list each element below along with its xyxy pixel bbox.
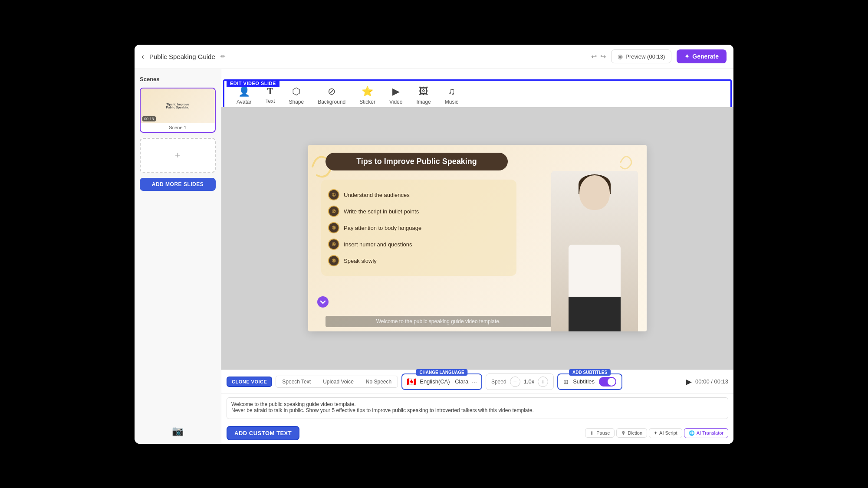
avatar-icon: 👤	[238, 86, 250, 97]
background-label: Background	[318, 99, 345, 105]
ai-translator-button[interactable]: 🌐 AI Translator	[684, 428, 728, 438]
edit-title-icon[interactable]: ✏	[220, 53, 226, 60]
list-item: ⑤ Speak slowly	[328, 252, 510, 269]
preview-button[interactable]: ◉ Preview (00:13)	[611, 49, 671, 63]
sticker-label: Sticker	[359, 99, 375, 105]
ai-translator-icon: 🌐	[689, 430, 695, 436]
list-item: ② Write the script in bullet points	[328, 203, 510, 219]
pause-button[interactable]: ⏸ Pause	[585, 428, 615, 438]
toolbar: 👤 Avatar T Text ⬡ Shape ⊘	[223, 79, 732, 111]
scene-duration: 00:13	[142, 116, 156, 121]
shape-icon: ⬡	[292, 86, 300, 97]
svg-point-0	[317, 296, 329, 308]
diction-button[interactable]: 🎙 Diction	[616, 428, 647, 438]
avatar-pants	[569, 297, 621, 331]
shape-label: Shape	[289, 99, 304, 105]
toolbar-shape[interactable]: ⬡ Shape	[282, 83, 311, 108]
add-subtitles-badge: ADD SUBTITLES	[569, 369, 611, 376]
toggle-knob	[608, 378, 615, 386]
main-body: Scenes Tips to ImprovePublic Speaking 00…	[135, 69, 733, 444]
change-language-badge: CHANGE LANGUAGE	[416, 369, 467, 376]
script-row: Welcome to the public speaking guide vid…	[221, 394, 733, 424]
list-text-5: Speak slowly	[344, 258, 377, 264]
list-item: ③ Pay attention to body language	[328, 219, 510, 236]
list-item: ④ Insert humor and questions	[328, 236, 510, 252]
add-scene-icon: +	[175, 150, 181, 161]
back-button[interactable]: ‹	[141, 52, 144, 61]
add-scene-button[interactable]: +	[140, 138, 216, 173]
subtitles-section: ADD SUBTITLES ⊞ Subtitles	[557, 373, 622, 390]
controls-row1: CLONE VOICE Speech Text Upload Voice No …	[221, 370, 733, 394]
text-icon: T	[267, 86, 273, 96]
speech-tabs: Speech Text Upload Voice No Speech	[276, 376, 398, 388]
speed-increase-button[interactable]: +	[538, 377, 548, 387]
avatar-body	[569, 245, 621, 331]
slide-canvas: Tips to Improve Public Speaking ① Unders…	[308, 145, 647, 331]
avatar-figure	[551, 171, 638, 331]
speed-value: 1.0x	[524, 378, 535, 385]
ai-translator-label: AI Translator	[697, 430, 723, 436]
pause-icon: ⏸	[590, 430, 595, 436]
subtitle-text: Welcome to the public speaking guide vid…	[376, 318, 501, 324]
generate-button[interactable]: ✦ Generate	[677, 49, 727, 63]
image-icon: 🖼	[419, 86, 428, 97]
subtitles-toggle[interactable]	[599, 377, 616, 386]
pause-label: Pause	[596, 430, 610, 436]
no-speech-tab[interactable]: No Speech	[360, 376, 398, 387]
slide-avatar	[551, 171, 638, 331]
toolbar-text[interactable]: T Text	[258, 84, 282, 107]
slide-list: ① Understand the audiences ② Write the s…	[321, 180, 516, 276]
list-item: ① Understand the audiences	[328, 187, 510, 203]
music-label: Music	[445, 99, 458, 105]
edit-video-slide-label: EDIT VIDEO SLIDE	[227, 79, 279, 87]
list-text-1: Understand the audiences	[344, 192, 410, 198]
toolbar-video[interactable]: ▶ Video	[382, 83, 409, 108]
canvas-area: Tips to Improve Public Speaking ① Unders…	[221, 107, 733, 370]
playback-section: ▶ 00:00 / 00:13	[686, 377, 728, 386]
ai-script-button[interactable]: ✦ AI Script	[649, 428, 682, 438]
slide-title: Tips to Improve Public Speaking	[326, 153, 508, 170]
clone-voice-button[interactable]: CLONE VOICE	[227, 377, 272, 387]
content-area: EDIT VIDEO SLIDE 👤 Avatar T Text ⬡ Shap	[221, 69, 733, 444]
avatar-head	[579, 175, 610, 210]
list-text-2: Write the script in bullet points	[344, 208, 419, 215]
bottom-tools-group: ⏸ Pause 🎙 Diction ✦ AI Script 🌐	[585, 428, 728, 438]
chevron-down-icon[interactable]	[317, 296, 329, 310]
video-label: Video	[389, 99, 402, 105]
script-textarea[interactable]: Welcome to the public speaking guide vid…	[227, 397, 728, 419]
toolbar-image[interactable]: 🖼 Image	[409, 83, 437, 108]
toolbar-sticker[interactable]: ⭐ Sticker	[352, 83, 382, 108]
upload-voice-tab[interactable]: Upload Voice	[317, 376, 360, 387]
speed-section: Speed − 1.0x +	[486, 373, 554, 390]
toolbar-background[interactable]: ⊘ Background	[311, 83, 352, 108]
time-display: 00:00 / 00:13	[695, 378, 728, 385]
speed-label: Speed	[491, 379, 506, 385]
play-button[interactable]: ▶	[686, 377, 692, 386]
scene-1-thumb[interactable]: Tips to ImprovePublic Speaking 00:13 Sce…	[140, 88, 216, 133]
toolbar-wrapper: EDIT VIDEO SLIDE 👤 Avatar T Text ⬡ Shap	[221, 69, 733, 107]
bullet-2: ②	[328, 206, 339, 217]
add-more-slides-button[interactable]: ADD MORE SLIDES	[140, 178, 216, 191]
text-label: Text	[265, 98, 275, 104]
diction-icon: 🎙	[621, 430, 626, 436]
speech-text-tab[interactable]: Speech Text	[276, 376, 317, 387]
add-custom-text-button[interactable]: ADD CUSTOM TEXT	[227, 426, 299, 440]
redo-button[interactable]: ↪	[600, 52, 606, 61]
undo-button[interactable]: ↩	[591, 52, 597, 61]
language-name: English(CA) - Clara	[420, 378, 468, 385]
subtitles-label: Subtitles	[573, 378, 595, 385]
scene-name: Scene 1	[141, 123, 215, 132]
speed-decrease-button[interactable]: −	[510, 377, 520, 387]
bottom-controls: CLONE VOICE Speech Text Upload Voice No …	[221, 370, 733, 444]
sticker-icon: ⭐	[362, 86, 373, 97]
ai-script-icon: ✦	[654, 430, 658, 436]
toolbar-music[interactable]: ♫ Music	[438, 83, 465, 108]
sidebar: Scenes Tips to ImprovePublic Speaking 00…	[135, 69, 221, 444]
camera-button[interactable]: 📷	[140, 426, 216, 437]
bullet-1: ①	[328, 189, 339, 200]
video-icon: ▶	[392, 86, 400, 97]
subtitle-bar: Welcome to the public speaking guide vid…	[326, 316, 551, 327]
header: ‹ Public Speaking Guide ✏ ↩ ↪ ◉ Preview …	[135, 45, 733, 69]
subtitles-icon: ⊞	[563, 378, 569, 385]
language-more-button[interactable]: ···	[472, 378, 477, 385]
